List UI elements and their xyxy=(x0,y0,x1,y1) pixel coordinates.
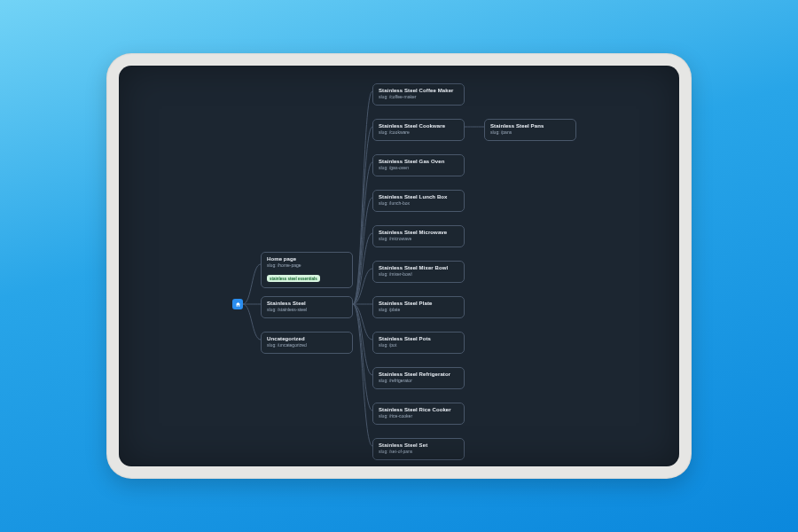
sitemap-node-home-page[interactable]: Home pageslug: /home-pagestainless steel… xyxy=(261,252,353,288)
node-slug: slug: /home-page xyxy=(267,263,347,268)
tablet-frame: Stainless Steel Coffee Makerslug: /coffe… xyxy=(106,53,692,479)
node-title: Stainless Steel Cookware xyxy=(379,123,458,129)
node-slug: slug: /gas-oven xyxy=(379,166,458,170)
sitemap-node-level2[interactable]: Stainless Steel Rice Cookerslug: /rice-c… xyxy=(372,403,465,425)
home-icon xyxy=(235,301,241,308)
node-title: Stainless Steel Gas Oven xyxy=(379,159,458,164)
node-slug: slug: /mixer-bowl xyxy=(379,272,458,277)
sitemap-node-uncategorized[interactable]: Uncategorizedslug: /uncategorized xyxy=(261,332,353,354)
node-slug: slug: /uncategorized xyxy=(267,343,347,348)
sitemap-node-level2[interactable]: Stainless Steel Refrigeratorslug: /refri… xyxy=(372,367,465,389)
root-home-chip[interactable] xyxy=(232,299,243,309)
node-title: Stainless Steel Pots xyxy=(379,336,458,341)
node-title: Stainless Steel Rice Cooker xyxy=(379,407,458,412)
node-title: Stainless Steel Microwave xyxy=(379,230,458,235)
sitemap-node-level2[interactable]: Stainless Steel Cookwareslug: /cookware xyxy=(372,119,465,141)
node-slug: slug: /pans xyxy=(490,130,570,135)
sitemap-node-level3[interactable]: Stainless Steel Pansslug: /pans xyxy=(484,119,576,141)
node-slug: slug: /cookware xyxy=(379,130,458,135)
node-title: Stainless Steel Coffee Maker xyxy=(379,88,458,93)
node-slug: slug: /pot xyxy=(379,343,458,348)
node-title: Uncategorized xyxy=(267,336,347,341)
node-slug: slug: /plate xyxy=(379,308,458,312)
node-title: Stainless Steel Pans xyxy=(490,123,570,129)
sitemap-node-level2[interactable]: Stainless Steel Plateslug: /plate xyxy=(372,296,465,318)
sitemap-node-level2[interactable]: Stainless Steel Coffee Makerslug: /coffe… xyxy=(372,83,465,106)
node-title: Stainless Steel Lunch Box xyxy=(379,194,458,200)
node-title: Stainless Steel Plate xyxy=(379,301,458,306)
node-slug: slug: /coffee-maker xyxy=(379,95,458,99)
sitemap-node-level2[interactable]: Stainless Steel Lunch Boxslug: /lunch-bo… xyxy=(372,190,465,212)
sitemap-node-level2[interactable]: Stainless Steel Potsslug: /pot xyxy=(372,332,465,354)
node-title: Stainless Steel Refrigerator xyxy=(379,372,458,377)
sitemap-node-level2[interactable]: Stainless Steel Mixer Bowlslug: /mixer-b… xyxy=(372,261,465,283)
node-slug: slug: /stainless-steel xyxy=(267,308,347,312)
node-title: Stainless Steel Mixer Bowl xyxy=(379,265,458,270)
node-slug: slug: /refrigerator xyxy=(379,379,458,383)
sitemap-node-level2[interactable]: Stainless Steel Microwaveslug: /microwav… xyxy=(372,225,465,247)
node-slug: slug: /set-of-pans xyxy=(379,450,458,454)
node-title: Stainless Steel Set xyxy=(379,442,458,448)
sitemap-node-stainless-steel[interactable]: Stainless Steelslug: /stainless-steel xyxy=(261,296,353,318)
sitemap-screen: Stainless Steel Coffee Makerslug: /coffe… xyxy=(119,66,679,466)
node-slug: slug: /rice-cooker xyxy=(379,414,458,419)
sitemap-node-level2[interactable]: Stainless Steel Gas Ovenslug: /gas-oven xyxy=(372,154,465,176)
node-slug: slug: /microwave xyxy=(379,237,458,241)
node-title: Home page xyxy=(267,256,347,262)
sitemap-node-level2[interactable]: Stainless Steel Setslug: /set-of-pans xyxy=(372,438,465,460)
sitemap-canvas[interactable]: Stainless Steel Coffee Makerslug: /coffe… xyxy=(119,66,679,466)
node-badge: stainless steel essentials xyxy=(267,275,320,282)
node-slug: slug: /lunch-box xyxy=(379,201,458,206)
node-title: Stainless Steel xyxy=(267,301,347,306)
